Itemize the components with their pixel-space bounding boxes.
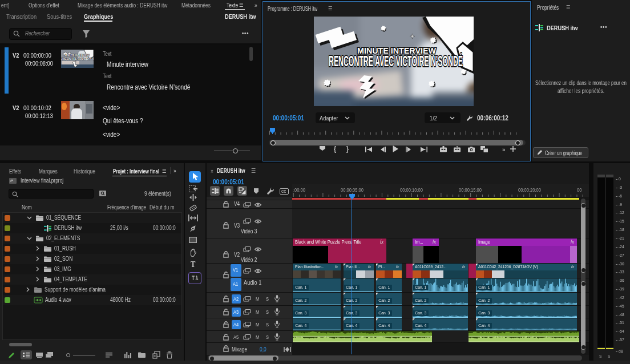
- svg-text:RENCONTRE AVEC VICTOIRE N’SOND: RENCONTRE AVEC VICTOIRE N’SONDÉ: [329, 52, 463, 69]
- svg-text:RENCONTRE AVEC V.N’S: RENCONTRE AVEC V.N’S: [61, 57, 94, 60]
